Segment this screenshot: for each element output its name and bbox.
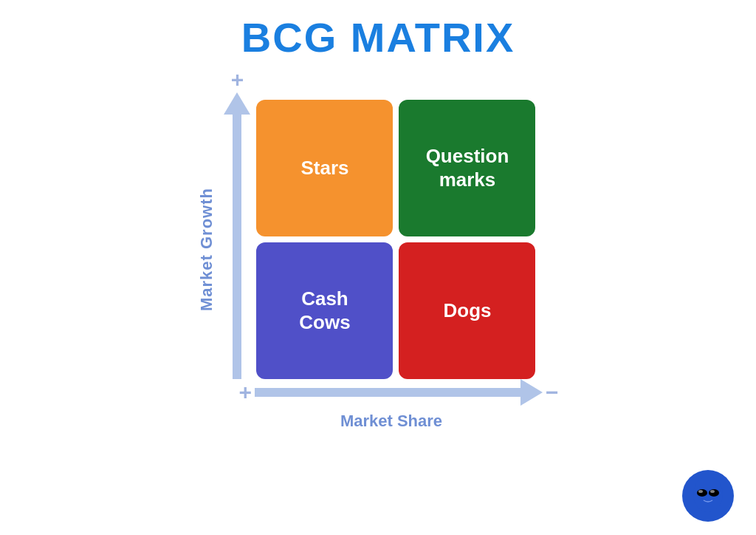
y-axis-arrow-container: + <box>224 69 250 379</box>
alien-svg <box>686 474 730 518</box>
quadrant-question-marks: Question marks <box>399 100 535 236</box>
x-axis-line <box>255 388 520 397</box>
chart-column: + Stars Question marks Cash Cows Dogs <box>224 69 558 431</box>
svg-point-2 <box>709 489 719 497</box>
y-axis-plus: + <box>231 69 244 91</box>
svg-point-1 <box>697 489 707 497</box>
svg-point-4 <box>710 490 715 493</box>
y-axis-label: Market Growth <box>197 188 216 311</box>
svg-point-3 <box>698 490 703 493</box>
alien-icon <box>682 470 734 522</box>
quadrant-cash-cows: Cash Cows <box>256 242 393 379</box>
y-axis-line <box>233 115 241 379</box>
x-axis-minus: − <box>546 380 559 405</box>
x-axis-plus: + <box>238 380 252 405</box>
x-axis-container: + − <box>238 379 558 406</box>
alien-circle <box>682 470 734 522</box>
x-axis-arrowhead <box>520 379 543 406</box>
y-axis-arrowhead <box>224 92 250 115</box>
stars-label: Stars <box>300 157 348 180</box>
quadrant-stars: Stars <box>256 100 393 236</box>
page-title: BCG MATRIX <box>241 13 515 61</box>
x-axis-label: Market Share <box>340 412 442 431</box>
question-marks-label: Question marks <box>426 145 509 191</box>
quadrant-dogs: Dogs <box>399 242 535 379</box>
diagram-outer-wrapper: Market Growth + Stars Question marks Cas… <box>197 69 558 431</box>
bottom-area: + − Market Share <box>224 379 558 431</box>
grid-and-yaxis: + Stars Question marks Cash Cows Dogs <box>224 69 535 379</box>
cash-cows-label: Cash Cows <box>299 287 350 333</box>
matrix-grid: Stars Question marks Cash Cows Dogs <box>256 100 535 379</box>
dogs-label: Dogs <box>443 299 491 322</box>
